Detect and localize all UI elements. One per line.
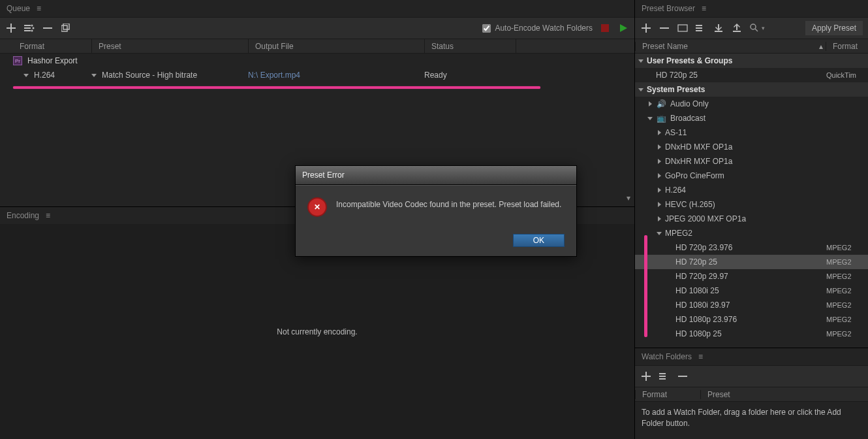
tree-row[interactable]: HD 720p 25QuickTim <box>635 68 868 82</box>
expand-arrow-icon[interactable] <box>656 216 662 221</box>
stop-queue-button[interactable] <box>599 22 611 34</box>
svg-rect-7 <box>660 27 669 29</box>
tree-label: DNxHD MXF OP1a <box>665 142 865 152</box>
tree-row[interactable]: HD 720p 23.976MPEG2 <box>635 240 868 255</box>
tree-row[interactable]: AS-11 <box>635 125 868 140</box>
col-format[interactable]: Format <box>0 39 91 53</box>
expand-arrow-icon[interactable] <box>647 101 653 106</box>
panel-menu-icon[interactable]: ≡ <box>46 211 50 220</box>
tree-row[interactable]: JPEG 2000 MXF OP1a <box>635 212 868 226</box>
panel-menu-icon[interactable]: ≡ <box>698 352 703 361</box>
tree-label: HD 1080i 29.97 <box>675 301 826 310</box>
remove-preset-button[interactable] <box>659 22 670 34</box>
tree-row[interactable]: System Presets <box>635 82 868 97</box>
svg-rect-11 <box>678 376 687 377</box>
annotation-highlight <box>13 86 540 89</box>
col-preset[interactable]: Preset <box>91 39 248 53</box>
add-preset-button[interactable] <box>640 22 652 34</box>
search-box[interactable]: ▾ <box>750 24 799 33</box>
col-status[interactable]: Status <box>424 39 516 53</box>
tree-row[interactable]: HD 720p 29.97MPEG2 <box>635 269 868 284</box>
import-preset-button[interactable] <box>713 22 725 34</box>
settings-button[interactable] <box>23 22 35 34</box>
export-preset-button[interactable] <box>732 22 743 34</box>
remove-watch-folder-button[interactable] <box>677 370 689 382</box>
expand-arrow-icon[interactable] <box>647 117 653 120</box>
format-dropdown-icon[interactable] <box>23 74 29 77</box>
add-watch-folder-button[interactable] <box>640 370 652 382</box>
svg-rect-8 <box>678 25 687 31</box>
tree-row[interactable]: HD 1080i 25MPEG2 <box>635 284 868 298</box>
preset-dropdown-icon[interactable] <box>91 74 97 77</box>
col-watch-format[interactable]: Format <box>635 390 700 399</box>
tree-label: HD 1080i 25 <box>675 286 826 295</box>
tree-label: HEVC (H.265) <box>665 200 865 209</box>
dialog-titlebar[interactable]: Preset Error <box>296 166 576 185</box>
tree-row[interactable]: DNxHR MXF OP1a <box>635 154 868 169</box>
start-queue-button[interactable] <box>617 22 629 34</box>
watch-folders-header: Watch Folders ≡ <box>635 348 868 365</box>
tree-row[interactable]: 🔊Audio Only <box>635 97 868 111</box>
remove-button[interactable] <box>42 22 54 34</box>
tree-format: MPEG2 <box>826 301 865 309</box>
auto-encode-input[interactable] <box>482 24 491 33</box>
expand-arrow-icon[interactable] <box>656 173 662 178</box>
queue-column-headers: Format Preset Output File Status <box>0 39 634 54</box>
auto-encode-checkbox[interactable]: Auto-Encode Watch Folders <box>482 24 593 33</box>
tree-label: User Presets & Groups <box>647 56 865 65</box>
tree-row[interactable]: GoPro CineForm <box>635 169 868 183</box>
preset-settings-button[interactable] <box>695 22 707 34</box>
queue-group-row[interactable]: Pr Hashor Export <box>0 54 634 68</box>
tv-icon: 📺 <box>656 114 666 123</box>
tree-format: MPEG2 <box>826 244 865 252</box>
chevron-down-icon[interactable]: ▾ <box>627 193 630 203</box>
add-source-button[interactable] <box>5 22 17 34</box>
expand-arrow-icon[interactable] <box>656 232 662 235</box>
col-output[interactable]: Output File <box>248 39 424 53</box>
watch-settings-button[interactable] <box>659 370 670 382</box>
tree-row[interactable]: 📺Broadcast <box>635 111 868 125</box>
expand-arrow-icon[interactable] <box>656 187 662 193</box>
tree-row[interactable]: DNxHD MXF OP1a <box>635 140 868 154</box>
queue-item-row[interactable]: H.264 Match Source - High bitrate N:\ Ex… <box>0 68 634 82</box>
panel-menu-icon[interactable]: ≡ <box>37 4 41 13</box>
preset-error-dialog: Preset Error ✕ Incompatible Video Codec … <box>295 165 577 257</box>
expand-arrow-icon[interactable] <box>638 59 644 63</box>
tree-format: MPEG2 <box>826 316 865 323</box>
tree-row[interactable]: HEVC (H.265) <box>635 197 868 212</box>
output-link[interactable]: N:\ Export.mp4 <box>248 71 300 80</box>
expand-arrow-icon[interactable] <box>656 130 662 135</box>
dialog-message: Incompatible Video Codec found in the pr… <box>336 197 561 209</box>
expand-arrow-icon[interactable] <box>656 202 662 207</box>
svg-point-9 <box>751 24 756 29</box>
tree-row[interactable]: MPEG2 <box>635 226 868 240</box>
expand-arrow-icon[interactable] <box>656 144 662 150</box>
tree-label: GoPro CineForm <box>665 171 865 180</box>
preset-toolbar: ▾ Apply Preset <box>635 17 868 39</box>
col-watch-preset[interactable]: Preset <box>700 390 868 399</box>
tree-row[interactable]: HD 1080p 23.976MPEG2 <box>635 312 868 327</box>
new-group-button[interactable] <box>677 22 689 34</box>
ok-button[interactable]: OK <box>513 234 565 247</box>
expand-arrow-icon[interactable] <box>638 88 644 91</box>
duplicate-button[interactable] <box>60 22 72 34</box>
encoding-empty-text: Not currently encoding. <box>277 327 357 336</box>
expand-arrow-icon[interactable] <box>656 159 662 164</box>
queue-header: Queue ≡ <box>0 0 634 17</box>
tree-row[interactable]: HD 1080p 25MPEG2 <box>635 327 868 341</box>
tree-row[interactable]: H.264 <box>635 183 868 197</box>
tree-row[interactable]: User Presets & Groups <box>635 54 868 68</box>
tree-format: MPEG2 <box>826 330 865 338</box>
panel-menu-icon[interactable]: ≡ <box>702 4 706 13</box>
tree-row[interactable]: HD 1080i 29.97MPEG2 <box>635 298 868 312</box>
sort-asc-icon[interactable]: ▴ <box>813 42 826 51</box>
preset-tree[interactable]: User Presets & GroupsHD 720p 25QuickTimS… <box>635 54 868 348</box>
apply-preset-button[interactable]: Apply Preset <box>805 21 863 35</box>
premiere-badge-icon: Pr <box>13 56 22 65</box>
tree-format: MPEG2 <box>826 287 865 295</box>
watch-body[interactable]: To add a Watch Folder, drag a folder her… <box>635 402 868 439</box>
tree-row[interactable]: HD 720p 25MPEG2 <box>635 255 868 269</box>
col-preset-format[interactable]: Format <box>826 42 868 51</box>
col-preset-name[interactable]: Preset Name <box>635 42 813 51</box>
watch-toolbar <box>635 365 868 387</box>
